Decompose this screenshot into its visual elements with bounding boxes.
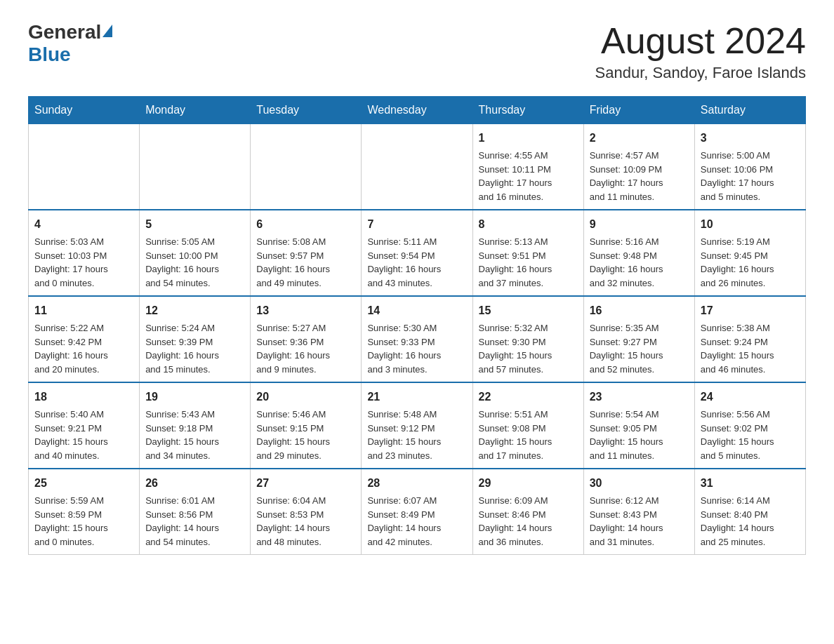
calendar-cell: 10Sunrise: 5:19 AMSunset: 9:45 PMDayligh… xyxy=(694,210,805,296)
day-info: Daylight: 16 hours xyxy=(590,262,689,276)
day-info: Sunset: 9:30 PM xyxy=(479,335,578,349)
calendar-body: 1Sunrise: 4:55 AMSunset: 10:11 PMDayligh… xyxy=(29,124,806,555)
day-info: and 46 minutes. xyxy=(701,363,800,377)
day-info: and 17 minutes. xyxy=(479,449,578,463)
day-info: Sunset: 9:08 PM xyxy=(479,422,578,436)
day-info: Sunrise: 5:51 AM xyxy=(479,408,578,422)
day-number: 19 xyxy=(145,389,244,405)
day-info: Sunrise: 4:57 AM xyxy=(590,149,689,163)
page-header: General Blue August 2024 Sandur, Sandoy,… xyxy=(28,21,806,82)
day-info: Sunrise: 5:27 AM xyxy=(256,321,355,335)
logo-flag-icon xyxy=(102,25,112,37)
day-info: and 16 minutes. xyxy=(479,190,578,204)
day-info: Sunrise: 5:54 AM xyxy=(590,408,689,422)
day-info: Sunset: 9:39 PM xyxy=(145,335,244,349)
day-info: Sunset: 9:15 PM xyxy=(256,422,355,436)
day-info: Daylight: 15 hours xyxy=(590,349,689,363)
day-info: Sunset: 9:27 PM xyxy=(590,335,689,349)
day-info: Daylight: 14 hours xyxy=(701,521,800,535)
day-info: Sunrise: 5:35 AM xyxy=(590,321,689,335)
calendar-cell: 23Sunrise: 5:54 AMSunset: 9:05 PMDayligh… xyxy=(583,382,694,469)
day-info: Sunset: 9:12 PM xyxy=(367,422,466,436)
calendar-cell: 17Sunrise: 5:38 AMSunset: 9:24 PMDayligh… xyxy=(694,296,805,382)
day-info: Sunrise: 5:32 AM xyxy=(479,321,578,335)
day-info: Sunrise: 6:09 AM xyxy=(479,494,578,508)
day-info: Daylight: 15 hours xyxy=(701,435,800,449)
day-info: Sunrise: 5:11 AM xyxy=(367,235,466,249)
day-number: 29 xyxy=(479,475,578,492)
header-tuesday: Tuesday xyxy=(251,97,362,124)
header-monday: Monday xyxy=(140,97,251,124)
day-number: 25 xyxy=(34,475,133,492)
calendar-cell xyxy=(140,124,251,210)
day-info: and 0 minutes. xyxy=(34,535,133,549)
calendar-cell: 2Sunrise: 4:57 AMSunset: 10:09 PMDayligh… xyxy=(583,124,694,210)
day-info: Daylight: 17 hours xyxy=(590,176,689,190)
day-info: and 40 minutes. xyxy=(34,449,133,463)
calendar-cell: 5Sunrise: 5:05 AMSunset: 10:00 PMDayligh… xyxy=(140,210,251,296)
day-number: 22 xyxy=(479,389,578,405)
calendar-cell: 8Sunrise: 5:13 AMSunset: 9:51 PMDaylight… xyxy=(472,210,583,296)
day-info: Sunrise: 5:38 AM xyxy=(701,321,800,335)
day-info: Daylight: 15 hours xyxy=(256,435,355,449)
day-number: 30 xyxy=(590,475,689,492)
day-info: and 9 minutes. xyxy=(256,363,355,377)
header-row: SundayMondayTuesdayWednesdayThursdayFrid… xyxy=(29,97,806,124)
day-info: Sunset: 8:53 PM xyxy=(256,508,355,522)
day-info: Daylight: 14 hours xyxy=(590,521,689,535)
calendar-cell xyxy=(29,124,140,210)
calendar-cell: 19Sunrise: 5:43 AMSunset: 9:18 PMDayligh… xyxy=(140,382,251,469)
day-number: 1 xyxy=(479,130,578,147)
day-number: 27 xyxy=(256,475,355,492)
day-info: and 25 minutes. xyxy=(701,535,800,549)
day-info: and 11 minutes. xyxy=(590,190,689,204)
day-info: and 5 minutes. xyxy=(701,190,800,204)
day-info: Daylight: 17 hours xyxy=(479,176,578,190)
calendar-cell: 24Sunrise: 5:56 AMSunset: 9:02 PMDayligh… xyxy=(694,382,805,469)
day-info: Sunrise: 5:43 AM xyxy=(145,408,244,422)
day-number: 24 xyxy=(701,389,800,405)
day-info: Daylight: 16 hours xyxy=(256,349,355,363)
day-info: and 5 minutes. xyxy=(701,449,800,463)
day-info: Daylight: 15 hours xyxy=(701,349,800,363)
day-info: Sunrise: 5:13 AM xyxy=(479,235,578,249)
day-number: 6 xyxy=(256,216,355,233)
day-info: Sunrise: 5:19 AM xyxy=(701,235,800,249)
week-row-3: 11Sunrise: 5:22 AMSunset: 9:42 PMDayligh… xyxy=(29,296,806,382)
day-info: and 32 minutes. xyxy=(590,276,689,290)
calendar-cell: 30Sunrise: 6:12 AMSunset: 8:43 PMDayligh… xyxy=(583,469,694,555)
calendar-cell: 3Sunrise: 5:00 AMSunset: 10:06 PMDayligh… xyxy=(694,124,805,210)
day-info: and 15 minutes. xyxy=(145,363,244,377)
day-info: Sunset: 9:45 PM xyxy=(701,249,800,263)
calendar-cell: 6Sunrise: 5:08 AMSunset: 9:57 PMDaylight… xyxy=(251,210,362,296)
day-info: Daylight: 16 hours xyxy=(145,262,244,276)
day-info: Sunrise: 5:08 AM xyxy=(256,235,355,249)
day-info: and 54 minutes. xyxy=(145,276,244,290)
day-info: and 20 minutes. xyxy=(34,363,133,377)
day-info: Sunrise: 6:01 AM xyxy=(145,494,244,508)
day-info: Sunset: 9:36 PM xyxy=(256,335,355,349)
day-number: 9 xyxy=(590,216,689,233)
day-number: 4 xyxy=(34,216,133,233)
day-info: Sunset: 9:51 PM xyxy=(479,249,578,263)
header-wednesday: Wednesday xyxy=(362,97,472,124)
calendar-cell: 7Sunrise: 5:11 AMSunset: 9:54 PMDaylight… xyxy=(362,210,472,296)
day-info: Sunset: 9:24 PM xyxy=(701,335,800,349)
day-number: 26 xyxy=(145,475,244,492)
day-info: Daylight: 16 hours xyxy=(479,262,578,276)
day-info: Sunset: 10:00 PM xyxy=(145,249,244,263)
day-info: and 11 minutes. xyxy=(590,449,689,463)
day-number: 16 xyxy=(590,302,689,319)
week-row-4: 18Sunrise: 5:40 AMSunset: 9:21 PMDayligh… xyxy=(29,382,806,469)
day-info: Sunrise: 5:03 AM xyxy=(34,235,133,249)
calendar-cell: 26Sunrise: 6:01 AMSunset: 8:56 PMDayligh… xyxy=(140,469,251,555)
day-number: 14 xyxy=(367,302,466,319)
header-friday: Friday xyxy=(583,97,694,124)
day-number: 15 xyxy=(479,302,578,319)
day-info: and 43 minutes. xyxy=(367,276,466,290)
header-sunday: Sunday xyxy=(29,97,140,124)
day-number: 20 xyxy=(256,389,355,405)
day-info: and 3 minutes. xyxy=(367,363,466,377)
logo-general-text: General xyxy=(28,21,101,43)
day-info: Sunset: 8:46 PM xyxy=(479,508,578,522)
